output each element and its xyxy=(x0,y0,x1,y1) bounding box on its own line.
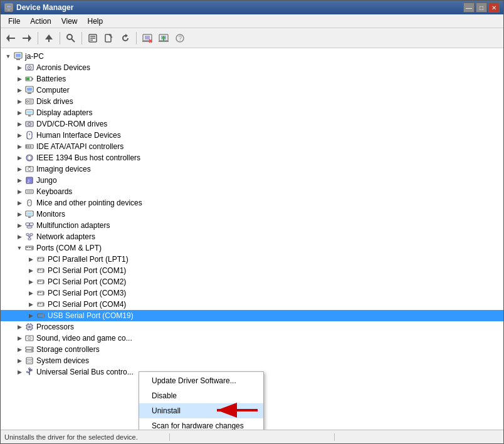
maximize-button[interactable]: □ xyxy=(476,3,487,13)
expand-icon[interactable]: ▶ xyxy=(14,85,24,95)
context-menu-item[interactable]: Update Driver Software... xyxy=(139,373,263,388)
expand-icon[interactable]: ▶ xyxy=(14,187,24,197)
tree-item[interactable]: ▶ Human Interface Devices xyxy=(1,130,503,141)
context-menu-item[interactable]: Disable xyxy=(139,388,263,403)
up-button[interactable] xyxy=(41,31,56,46)
search-button[interactable] xyxy=(63,31,78,46)
expand-icon[interactable]: ▶ xyxy=(14,198,24,208)
tree-item[interactable]: ▶ System devices xyxy=(1,355,503,366)
computer-icon xyxy=(13,51,23,61)
item-label: Monitors xyxy=(36,210,65,219)
expand-icon[interactable]: ▶ xyxy=(14,175,24,185)
svg-rect-103 xyxy=(43,291,44,295)
svg-point-42 xyxy=(27,101,29,103)
item-label: PCI Serial Port (COM1) xyxy=(48,266,126,275)
tree-item[interactable]: ▶ PCI Serial Port (COM3) xyxy=(1,287,503,299)
expand-icon[interactable]: ▶ xyxy=(26,266,36,276)
item-label: Computer xyxy=(36,86,70,95)
tree-item[interactable]: ▶ Sound, video and game co... xyxy=(1,333,503,344)
expand-icon[interactable]: ▶ xyxy=(14,119,24,129)
item-label: USB Serial Port (COM19) xyxy=(48,311,134,320)
device-icon xyxy=(24,63,34,73)
expand-icon[interactable]: ▶ xyxy=(26,288,36,298)
minimize-button[interactable]: — xyxy=(463,3,475,13)
tree-item[interactable]: ▶ J Jungo xyxy=(1,175,503,186)
tree-item[interactable]: ▶ Display adapters xyxy=(1,107,503,118)
menu-file[interactable]: File xyxy=(3,16,25,27)
expand-icon[interactable]: ▶ xyxy=(14,142,24,152)
tree-item[interactable]: ▶ Multifunction adapters xyxy=(1,220,503,231)
tree-item[interactable]: ▶ PCI Serial Port (COM2) xyxy=(1,276,503,287)
expand-icon[interactable]: ▶ xyxy=(14,164,24,174)
tree-item[interactable]: ▶ PCI Serial Port (COM4) xyxy=(1,299,503,310)
expand-icon[interactable]: ▼ xyxy=(14,243,24,253)
context-menu-item[interactable]: Uninstall xyxy=(139,403,263,418)
expand-icon[interactable]: ▶ xyxy=(14,322,24,332)
tree-root[interactable]: ▼ ja-PC xyxy=(1,51,503,62)
refresh-button[interactable] xyxy=(118,31,133,46)
back-button[interactable] xyxy=(3,31,18,46)
tree-item[interactable]: ▶ Batteries xyxy=(1,73,503,85)
svg-rect-75 xyxy=(26,223,29,225)
tree-item[interactable]: ▶ PCI Parallel Port (LPT1) xyxy=(1,254,503,265)
expand-icon[interactable]: ▶ xyxy=(14,220,24,230)
root-label: ja-PC xyxy=(25,52,44,61)
svg-rect-87 xyxy=(31,247,33,249)
svg-rect-107 xyxy=(43,302,44,306)
svg-point-60 xyxy=(28,168,31,171)
expand-icon[interactable]: ▶ xyxy=(14,108,24,118)
expand-icon[interactable]: ▶ xyxy=(14,96,24,106)
root-expand[interactable]: ▼ xyxy=(3,51,13,61)
tree-item[interactable]: ▶ USB Serial Port (COM19) xyxy=(1,310,503,321)
remove-button[interactable] xyxy=(140,31,155,46)
tree-item[interactable]: ▶ IDE ATA/ATAPI controllers xyxy=(1,141,503,152)
tree-item[interactable]: ▶ Storage controllers xyxy=(1,344,503,355)
status-text: Uninstalls the driver for the selected d… xyxy=(4,433,170,441)
expand-icon[interactable]: ▶ xyxy=(14,153,24,163)
mouse-icon xyxy=(24,198,34,208)
tree-item[interactable]: ▶ Mice and other pointing devices xyxy=(1,197,503,209)
tree-item[interactable]: ▶ Keyboards xyxy=(1,186,503,197)
expand-icon[interactable]: ▶ xyxy=(26,299,36,309)
tree-item[interactable]: ▶ Disk drives xyxy=(1,96,503,107)
expand-icon[interactable]: ▶ xyxy=(14,333,24,343)
tree-item[interactable]: ▶ Computer xyxy=(1,85,503,96)
tree-item[interactable]: ▶ IEEE 1394 Bus host controllers xyxy=(1,152,503,163)
tree-item[interactable]: ▶ Network adapters xyxy=(1,231,503,242)
expand-icon[interactable]: ▶ xyxy=(14,367,24,377)
forward-button[interactable] xyxy=(19,31,34,46)
expand-icon[interactable]: ▶ xyxy=(14,356,24,366)
close-button[interactable]: ✕ xyxy=(488,3,500,13)
expand-icon[interactable]: ▶ xyxy=(26,311,36,321)
tree-item[interactable]: ▶ Acronis Devices xyxy=(1,62,503,73)
tree-item[interactable]: ▶ DVD/CD-ROM drives xyxy=(1,118,503,130)
computer-icon xyxy=(24,85,34,95)
tree-item[interactable]: ▼ Ports (COM & LPT) xyxy=(1,242,503,254)
svg-rect-110 xyxy=(40,314,41,316)
menu-help[interactable]: Help xyxy=(83,16,108,27)
menu-action[interactable]: Action xyxy=(25,16,56,27)
menu-view[interactable]: View xyxy=(56,16,83,27)
scan-button[interactable] xyxy=(156,31,171,46)
expand-icon[interactable]: ▶ xyxy=(26,277,36,287)
jungo-icon: J xyxy=(24,175,34,185)
expand-icon[interactable]: ▶ xyxy=(14,130,24,140)
help-button[interactable]: ? xyxy=(172,31,187,46)
tree-item[interactable]: ▶ Imaging devices xyxy=(1,163,503,175)
tree-item[interactable]: ▶ Monitors xyxy=(1,209,503,220)
expand-icon[interactable]: ▶ xyxy=(14,63,24,73)
expand-icon[interactable]: ▶ xyxy=(14,344,24,354)
tree-item[interactable]: ▶ Processors xyxy=(1,321,503,333)
svg-rect-18 xyxy=(145,36,150,39)
context-menu-item[interactable]: Scan for hardware changes xyxy=(139,418,263,430)
expand-icon[interactable]: ▶ xyxy=(14,74,24,84)
expand-icon[interactable]: ▶ xyxy=(14,232,24,242)
item-label: Keyboards xyxy=(36,187,72,196)
item-label: Jungo xyxy=(36,176,57,185)
expand-icon[interactable]: ▶ xyxy=(26,254,36,264)
properties-button[interactable] xyxy=(85,31,100,46)
tree-item[interactable]: ▶ PCI Serial Port (COM1) xyxy=(1,265,503,276)
expand-icon[interactable]: ▶ xyxy=(14,209,24,219)
new-button[interactable] xyxy=(102,31,117,46)
title-buttons: — □ ✕ xyxy=(463,3,500,13)
